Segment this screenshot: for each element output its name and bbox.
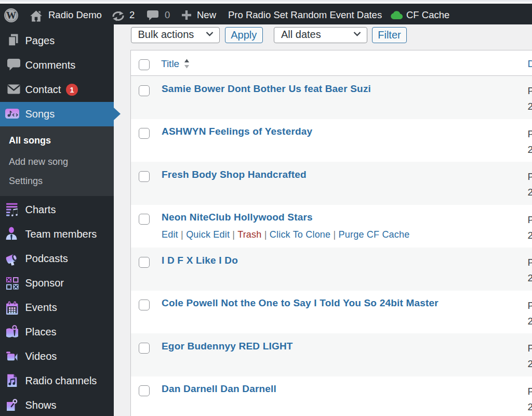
svg-text:W: W bbox=[6, 10, 16, 21]
